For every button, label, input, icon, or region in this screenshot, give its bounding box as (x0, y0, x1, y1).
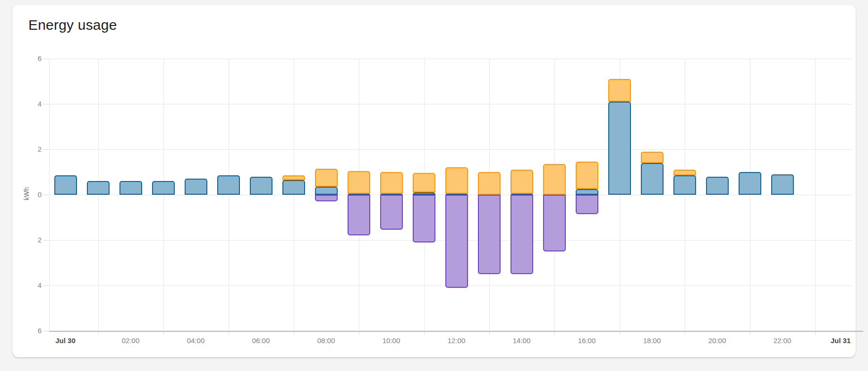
bar-segment-purple[interactable] (348, 195, 370, 235)
bar-segment-orange[interactable] (576, 162, 598, 189)
bar-segment-blue[interactable] (576, 189, 598, 195)
energy-usage-card: Energy usage 6420246Jul 3002:0004:0006:0… (12, 5, 856, 357)
y-axis-unit-label: kWh (23, 183, 30, 204)
v-gridline (750, 59, 750, 331)
bar-segment-blue[interactable] (119, 181, 142, 195)
v-gridline (163, 59, 164, 331)
x-tick-label: 02:00 (111, 336, 151, 346)
bar-segment-orange[interactable] (543, 164, 566, 195)
h-gridline (49, 104, 852, 104)
y-tick-label: 4 (25, 281, 42, 290)
y-tick-label: 2 (25, 145, 42, 154)
bar-segment-blue[interactable] (152, 181, 175, 195)
y-axis-line (49, 59, 50, 331)
x-tick-label: 14:00 (502, 336, 542, 346)
bar-segment-orange[interactable] (380, 172, 403, 194)
x-tick-label: 22:00 (763, 336, 802, 346)
x-tick-label: 08:00 (306, 336, 346, 346)
y-axis-tick (43, 59, 49, 59)
bar-segment-purple[interactable] (413, 195, 435, 242)
bar-segment-purple[interactable] (315, 195, 338, 201)
bar-segment-blue[interactable] (217, 175, 240, 195)
bar-segment-purple[interactable] (511, 195, 533, 274)
bar-segment-purple[interactable] (543, 195, 566, 251)
y-axis-tick (43, 104, 49, 104)
bar-segment-orange[interactable] (282, 175, 305, 180)
v-gridline (294, 59, 294, 331)
x-axis-line (49, 331, 863, 332)
y-tick-label: 6 (25, 54, 42, 63)
h-gridline (49, 59, 852, 59)
bar-segment-orange[interactable] (511, 170, 533, 193)
x-tick-label: 10:00 (372, 336, 411, 346)
v-gridline (685, 59, 685, 331)
bar-segment-blue[interactable] (185, 179, 207, 195)
energy-usage-chart[interactable]: 6420246Jul 3002:0004:0006:0008:0010:0012… (12, 5, 856, 357)
y-tick-label: 2 (25, 235, 42, 245)
bar-segment-blue[interactable] (641, 163, 664, 195)
bar-segment-orange[interactable] (478, 172, 501, 195)
bar-segment-blue[interactable] (250, 177, 272, 195)
bar-segment-orange[interactable] (608, 79, 631, 102)
v-gridline (98, 59, 99, 331)
y-tick-label: 4 (25, 99, 42, 109)
v-gridline (815, 59, 816, 331)
bar-segment-blue[interactable] (673, 175, 696, 195)
x-tick-label: Jul 30 (46, 336, 85, 346)
y-tick-label: 6 (25, 326, 42, 336)
bar-segment-orange[interactable] (445, 167, 468, 193)
h-gridline (49, 149, 852, 150)
bar-segment-blue[interactable] (608, 102, 631, 195)
y-axis-tick (43, 331, 49, 331)
y-axis-tick (43, 240, 49, 241)
y-axis-tick (43, 285, 49, 286)
y-axis-tick (43, 149, 49, 150)
bar-segment-blue[interactable] (706, 177, 729, 195)
bar-segment-orange[interactable] (641, 152, 664, 163)
v-gridline (229, 59, 229, 331)
x-tick-label: 04:00 (176, 336, 216, 346)
bar-segment-purple[interactable] (576, 195, 598, 214)
bar-segment-blue[interactable] (315, 187, 338, 195)
x-tick-label: 20:00 (698, 336, 737, 346)
x-tick-label: Jul 31 (821, 336, 860, 346)
bar-segment-purple[interactable] (445, 195, 468, 288)
bar-segment-orange[interactable] (315, 169, 338, 187)
bar-segment-blue[interactable] (54, 175, 77, 195)
bar-segment-orange[interactable] (673, 170, 696, 175)
bar-segment-purple[interactable] (380, 195, 403, 230)
bar-segment-orange[interactable] (348, 171, 370, 194)
x-tick-label: 06:00 (241, 336, 281, 346)
bar-segment-blue[interactable] (771, 174, 794, 195)
y-axis-tick (43, 195, 49, 195)
x-tick-label: 18:00 (632, 336, 672, 346)
x-tick-label: 16:00 (567, 336, 607, 346)
bar-segment-purple[interactable] (478, 195, 501, 274)
bar-segment-blue[interactable] (739, 172, 761, 195)
bar-segment-orange[interactable] (413, 173, 435, 192)
bar-segment-blue[interactable] (282, 180, 305, 195)
x-tick-label: 12:00 (437, 336, 477, 346)
bar-segment-blue[interactable] (87, 181, 110, 195)
